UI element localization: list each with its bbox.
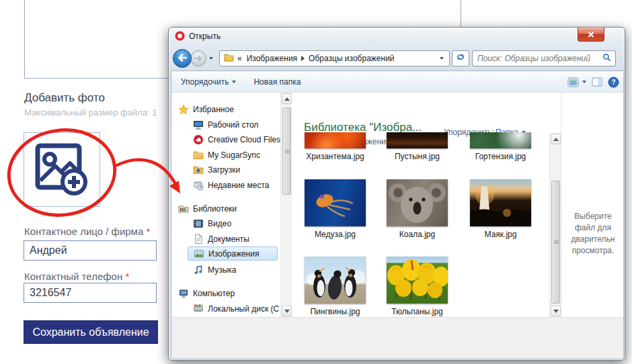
refresh-button[interactable] <box>452 50 469 66</box>
breadcrumb-chevron[interactable]: « <box>237 54 242 63</box>
contact-name-label: Контактное лицо / фирма * <box>24 226 150 237</box>
save-ad-button[interactable]: Сохранить объявление <box>24 320 158 344</box>
add-photo-heading: Добавить фото <box>24 91 105 105</box>
required-asterisk: * <box>125 271 129 282</box>
close-button[interactable] <box>578 28 604 42</box>
star-icon <box>178 104 189 115</box>
max-file-size-hint: Максимальный размер файла: 1 <box>24 107 157 118</box>
dialog-content: Избранное Рабочий стол Creative Cloud Fi… <box>171 93 624 317</box>
documents-icon <box>193 234 204 244</box>
forward-button[interactable] <box>190 50 206 66</box>
breadcrumb-separator-icon <box>301 56 305 61</box>
video-icon <box>193 218 204 229</box>
sidebar-item-recent-places[interactable]: Недавние места <box>193 178 269 192</box>
views-icon <box>567 77 579 87</box>
thumbnail-jellyfish[interactable] <box>305 179 366 226</box>
sidebar-group-favorites[interactable]: Избранное <box>178 102 234 116</box>
breadcrumb-sample-pictures[interactable]: Образцы изображений <box>309 54 394 63</box>
add-image-icon <box>32 139 91 201</box>
sidebar-item-music[interactable]: Музыка <box>193 263 236 277</box>
libraries-icon <box>178 203 189 214</box>
file-tile[interactable]: Гортензия.jpg <box>470 132 531 161</box>
dialog-client-area: Упорядочить Новая папка ? <box>171 71 624 359</box>
preview-pane: Выберите файл для дварительн просмотра. <box>561 93 623 317</box>
scroll-down-button[interactable] <box>282 306 292 316</box>
command-bar: Упорядочить Новая папка ? <box>171 71 624 93</box>
music-icon <box>193 265 204 275</box>
thumbnail-penguins[interactable] <box>305 257 366 304</box>
contact-name-field[interactable] <box>24 240 157 261</box>
red-arrow-annotation <box>117 160 176 185</box>
dialog-title: Открыть <box>189 32 221 41</box>
dialog-footer: Имя файла: Другие файлы Открыть Отмена <box>171 317 624 359</box>
file-tile[interactable]: Тюльпаны.jpg <box>387 257 448 316</box>
file-list-scrollbar[interactable] <box>549 133 561 317</box>
recent-pages-dropdown[interactable] <box>209 57 213 60</box>
sidebar-item-desktop[interactable]: Рабочий стол <box>193 118 258 132</box>
scroll-up-button[interactable] <box>551 134 561 144</box>
folder-icon <box>224 53 234 64</box>
sidebar-group-libraries[interactable]: Библиотеки <box>178 201 237 216</box>
file-tile[interactable]: Пустыня.jpg <box>387 132 448 161</box>
sidebar-item-documents[interactable]: Документы <box>193 232 249 246</box>
sidebar-item-videos[interactable]: Видео <box>193 216 231 230</box>
search-box[interactable] <box>472 50 616 66</box>
sidebar-item-downloads[interactable]: Загрузки <box>193 163 240 177</box>
scroll-up-button[interactable] <box>282 93 292 104</box>
scrollbar-thumb[interactable] <box>282 107 291 195</box>
required-asterisk: * <box>146 226 150 237</box>
organize-menu[interactable]: Упорядочить <box>181 77 236 87</box>
navigation-pane: Избранное Рабочий стол Creative Cloud Fi… <box>171 93 280 317</box>
thumbnail-chrysanthemum[interactable] <box>305 132 366 148</box>
sidebar-item-creative-cloud[interactable]: Creative Cloud Files <box>193 132 280 146</box>
sidebar-group-computer[interactable]: Компьютер <box>178 286 235 300</box>
svg-text:?: ? <box>611 79 615 86</box>
sidebar-scrollbar[interactable] <box>280 93 292 317</box>
views-button[interactable] <box>567 77 586 87</box>
file-tile[interactable]: Маяк.jpg <box>470 179 531 239</box>
preview-pane-button[interactable] <box>592 77 602 87</box>
desktop-icon <box>193 120 204 130</box>
thumbnail-koala[interactable] <box>387 179 448 226</box>
search-input[interactable] <box>473 54 602 63</box>
screen: Добавить фото Максимальный размер файла:… <box>0 0 632 364</box>
contact-phone-field[interactable] <box>24 283 157 303</box>
computer-icon <box>178 288 189 299</box>
file-tile[interactable]: Пингвины.jpg <box>305 257 366 316</box>
thumbnail-desert[interactable] <box>387 132 448 148</box>
contact-phone-label: Контактный телефон * <box>24 271 129 282</box>
new-folder-button[interactable]: Новая папка <box>253 77 301 87</box>
thumbnail-lighthouse[interactable] <box>470 179 531 226</box>
close-icon <box>588 28 594 40</box>
address-bar: « Изображения Образцы изображений <box>169 46 625 71</box>
preview-hint: Выберите файл для дварительн просмотра. <box>567 211 619 257</box>
downloads-icon <box>193 165 204 175</box>
scrollbar-thumb[interactable] <box>551 181 560 304</box>
file-tile[interactable]: Коала.jpg <box>387 179 448 239</box>
thumbnail-tulips[interactable] <box>387 257 448 304</box>
creative-cloud-icon <box>193 134 204 145</box>
chevron-down-icon <box>232 81 236 83</box>
search-icon[interactable] <box>602 52 611 64</box>
sidebar-item-sugarsync[interactable]: My SugarSync <box>193 148 260 162</box>
breadcrumb-pictures[interactable]: Изображения <box>247 54 297 63</box>
sidebar-item-local-disk[interactable]: Локальный диск (С <box>193 302 279 316</box>
help-button[interactable]: ? <box>608 77 619 88</box>
photo-upload-dropzone[interactable] <box>24 132 100 207</box>
chevron-down-icon <box>582 81 586 83</box>
dialog-titlebar[interactable]: Открыть <box>169 28 625 45</box>
refresh-icon <box>456 52 465 64</box>
scroll-down-button[interactable] <box>551 306 561 316</box>
sidebar-item-pictures[interactable]: Изображения <box>188 246 278 261</box>
breadcrumb[interactable]: « Изображения Образцы изображений <box>219 50 450 66</box>
folder-icon <box>193 150 204 161</box>
disk-icon <box>193 304 204 314</box>
address-dropdown-icon[interactable] <box>440 57 444 60</box>
open-file-dialog: Открыть <box>168 27 625 361</box>
back-button[interactable] <box>173 49 192 68</box>
thumbnail-hydrangea[interactable] <box>470 132 531 148</box>
file-tile[interactable]: Хризантема.jpg <box>305 132 366 161</box>
file-tile[interactable]: Медуза.jpg <box>305 179 366 239</box>
opera-icon <box>175 31 185 44</box>
help-icon: ? <box>608 77 619 88</box>
